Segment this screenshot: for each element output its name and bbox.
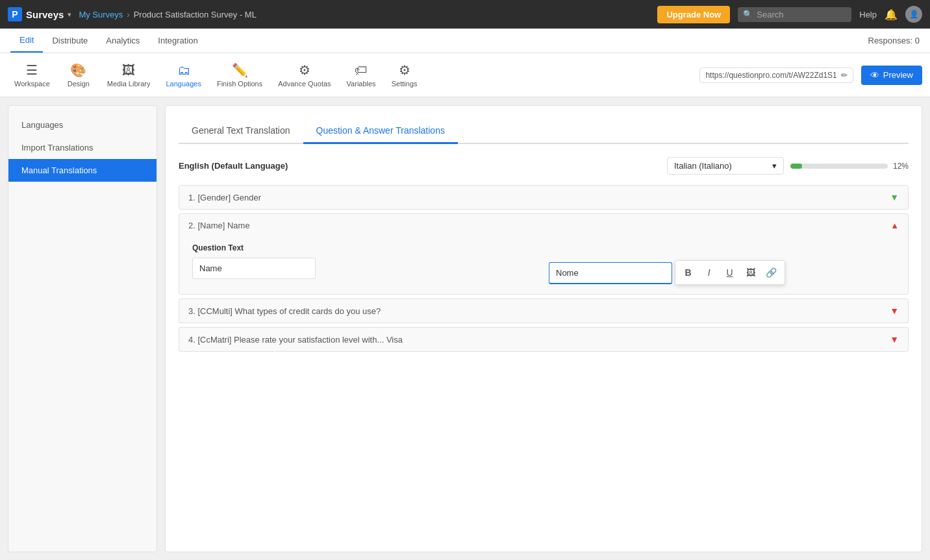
tab-general-text[interactable]: General Text Translation	[179, 119, 303, 144]
question-row-4[interactable]: 4. [CcMatri] Please rate your satisfacti…	[179, 327, 909, 352]
toolbar: ☰ Workspace 🎨 Design 🖼 Media Library 🗂 L…	[0, 53, 930, 97]
breadcrumb: My Surveys › Product Satisfaction Survey…	[79, 10, 257, 19]
toolbar-variables[interactable]: 🏷 Variables	[340, 58, 383, 93]
main-layout: Languages Import Translations Manual Tra…	[0, 97, 930, 560]
progress-percentage: 12%	[893, 162, 909, 171]
italian-text-input[interactable]	[549, 262, 672, 284]
toolbar-design[interactable]: 🎨 Design	[59, 57, 98, 93]
language-header: English (Default Language) Italian (Ital…	[179, 157, 909, 175]
question-row-2: 2. [Name] Name ▲ Question Text B I	[179, 213, 909, 295]
question-row-3[interactable]: 3. [CCMulti] What types of credit cards …	[179, 298, 909, 323]
help-label[interactable]: Help	[859, 10, 877, 19]
languages-icon: 🗂	[177, 63, 190, 78]
advance-quotas-icon: ⚙	[299, 62, 310, 78]
workspace-icon: ☰	[26, 62, 38, 78]
question-1-label: 1. [Gender] Gender	[188, 193, 890, 202]
search-input[interactable]	[757, 10, 835, 19]
app-name: Surveys	[26, 9, 64, 20]
media-library-icon: 🖼	[122, 63, 135, 78]
default-language-label: English (Default Language)	[179, 161, 667, 171]
edit-url-icon[interactable]: ✏	[841, 71, 848, 80]
italic-button[interactable]: I	[700, 263, 718, 282]
nav-integration[interactable]: Integration	[149, 29, 207, 52]
italian-col: B I U 🖼 🔗	[549, 258, 895, 285]
underline-button[interactable]: U	[721, 263, 739, 282]
english-col	[192, 258, 538, 279]
toolbar-variables-label: Variables	[347, 80, 376, 88]
settings-icon: ⚙	[399, 62, 410, 78]
toolbar-finish-options[interactable]: ✏️ Finish Options	[210, 57, 269, 93]
question-1-arrow: ▼	[890, 192, 899, 202]
question-2-arrow: ▲	[890, 221, 899, 230]
toolbar-settings[interactable]: ⚙ Settings	[385, 57, 424, 93]
questions-list: 1. [Gender] Gender ▼ 2. [Name] Name ▲ Qu…	[179, 185, 909, 352]
question-row-1[interactable]: 1. [Gender] Gender ▼	[179, 185, 909, 210]
sidebar-item-languages[interactable]: Languages	[8, 114, 157, 136]
finish-options-icon: ✏️	[232, 62, 248, 78]
question-3-arrow: ▼	[890, 306, 899, 316]
avatar[interactable]: 👤	[905, 6, 922, 23]
nav-distribute[interactable]: Distribute	[43, 29, 97, 52]
surveys-dropdown-arrow[interactable]: ▾	[68, 11, 71, 18]
breadcrumb-my-surveys[interactable]: My Surveys	[79, 10, 123, 19]
translation-progress-bar	[790, 164, 888, 169]
breadcrumb-current: Product Satisfaction Survey - ML	[134, 10, 257, 19]
toolbar-languages[interactable]: 🗂 Languages	[159, 58, 207, 93]
logo-letter: P	[8, 7, 22, 21]
translation-section-q2: Question Text B I U 🖼 🔗	[179, 237, 908, 294]
toolbar-languages-label: Languages	[166, 80, 201, 88]
toolbar-advance-quotas[interactable]: ⚙ Advance Quotas	[271, 57, 337, 93]
progress-fill	[790, 164, 802, 169]
upgrade-now-button[interactable]: Upgrade Now	[657, 6, 730, 23]
preview-button[interactable]: 👁 Preview	[861, 66, 922, 85]
variables-icon: 🏷	[355, 63, 368, 78]
survey-url-text: https://questionpro.com/t/AW22Zd1S1	[705, 71, 836, 80]
bell-icon[interactable]: 🔔	[885, 8, 898, 21]
toolbar-settings-label: Settings	[392, 80, 418, 88]
toolbar-media-label: Media Library	[107, 80, 151, 88]
target-language-name: Italian (Italiano)	[674, 161, 732, 171]
secondary-nav: Edit Distribute Analytics Integration Re…	[0, 29, 930, 53]
toolbar-quotas-label: Advance Quotas	[278, 80, 331, 88]
search-icon: 🔍	[743, 10, 753, 19]
question-4-arrow: ▼	[890, 334, 899, 345]
toolbar-workspace[interactable]: ☰ Workspace	[8, 57, 57, 93]
editor-toolbar: B I U 🖼 🔗	[675, 260, 785, 285]
preview-eye-icon: 👁	[870, 70, 879, 80]
question-2-header[interactable]: 2. [Name] Name ▲	[179, 214, 908, 237]
question-4-label: 4. [CcMatri] Please rate your satisfacti…	[188, 335, 890, 345]
language-dropdown-arrow: ▾	[772, 161, 777, 171]
responses-count: Responses: 0	[868, 36, 920, 45]
question-text-section-title: Question Text	[192, 243, 895, 252]
target-language-select[interactable]: Italian (Italiano) ▾	[667, 157, 784, 175]
progress-bar-wrapper: 12%	[790, 162, 909, 171]
translation-tabs: General Text Translation Question & Answ…	[179, 119, 909, 144]
sidebar: Languages Import Translations Manual Tra…	[8, 105, 157, 552]
tab-question-answer[interactable]: Question & Answer Translations	[303, 119, 458, 144]
nav-analytics[interactable]: Analytics	[97, 29, 149, 52]
target-language-wrapper: Italian (Italiano) ▾ 12%	[667, 157, 909, 175]
toolbar-workspace-label: Workspace	[14, 80, 50, 88]
search-box: 🔍	[738, 7, 851, 22]
nav-edit[interactable]: Edit	[10, 29, 43, 53]
image-button[interactable]: 🖼	[742, 263, 760, 282]
sidebar-item-import-translations[interactable]: Import Translations	[8, 136, 157, 159]
translation-row-q2: B I U 🖼 🔗	[192, 258, 895, 285]
question-2-label: 2. [Name] Name	[188, 221, 250, 230]
toolbar-design-label: Design	[68, 80, 90, 88]
question-3-label: 3. [CCMulti] What types of credit cards …	[188, 306, 890, 316]
toolbar-finish-label: Finish Options	[217, 80, 262, 88]
english-text-input[interactable]	[192, 258, 316, 279]
design-icon: 🎨	[70, 62, 86, 78]
sidebar-item-manual-translations[interactable]: Manual Translations	[8, 159, 157, 182]
toolbar-media-library[interactable]: 🖼 Media Library	[101, 58, 157, 93]
content-area: General Text Translation Question & Answ…	[165, 105, 922, 552]
breadcrumb-arrow: ›	[127, 10, 129, 19]
link-button[interactable]: 🔗	[762, 263, 781, 282]
bold-button[interactable]: B	[679, 263, 698, 282]
app-logo[interactable]: P Surveys ▾	[8, 7, 71, 21]
top-bar: P Surveys ▾ My Surveys › Product Satisfa…	[0, 0, 930, 29]
survey-url-box: https://questionpro.com/t/AW22Zd1S1 ✏	[699, 67, 853, 83]
preview-label: Preview	[883, 70, 913, 80]
